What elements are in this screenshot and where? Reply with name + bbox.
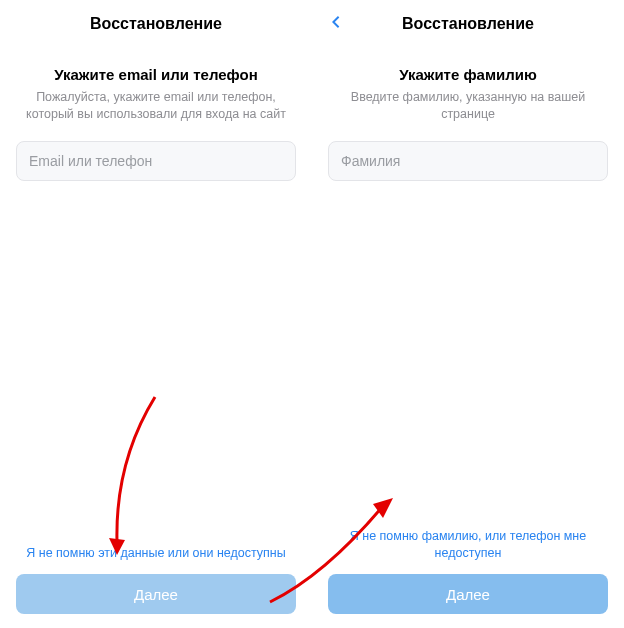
input-wrapper <box>328 141 608 181</box>
lastname-input[interactable] <box>328 141 608 181</box>
back-button[interactable] <box>324 12 348 36</box>
subtitle: Укажите email или телефон <box>16 66 296 83</box>
subtext: Введите фамилию, указанную на вашей стра… <box>328 89 608 123</box>
footer: Я не помню фамилию, или телефон мне недо… <box>312 528 624 614</box>
annotation-arrow-icon <box>105 392 165 562</box>
recovery-screen-lastname: Восстановление Укажите фамилию Введите ф… <box>312 0 624 628</box>
recovery-screen-email: Восстановление Укажите email или телефон… <box>0 0 312 628</box>
header: Восстановление <box>0 0 312 48</box>
subtitle: Укажите фамилию <box>328 66 608 83</box>
input-wrapper <box>16 141 296 181</box>
forgot-lastname-link[interactable]: Я не помню фамилию, или телефон мне недо… <box>328 528 608 562</box>
forgot-data-link[interactable]: Я не помню эти данные или они недоступны <box>16 545 296 562</box>
content: Укажите email или телефон Пожалуйста, ук… <box>0 48 312 123</box>
header: Восстановление <box>312 0 624 48</box>
next-button[interactable]: Далее <box>16 574 296 614</box>
subtext: Пожалуйста, укажите email или телефон, к… <box>16 89 296 123</box>
email-or-phone-input[interactable] <box>16 141 296 181</box>
content: Укажите фамилию Введите фамилию, указанн… <box>312 48 624 123</box>
page-title: Восстановление <box>402 15 534 33</box>
page-title: Восстановление <box>90 15 222 33</box>
footer: Я не помню эти данные или они недоступны… <box>0 545 312 614</box>
next-button[interactable]: Далее <box>328 574 608 614</box>
chevron-left-icon <box>329 15 343 33</box>
